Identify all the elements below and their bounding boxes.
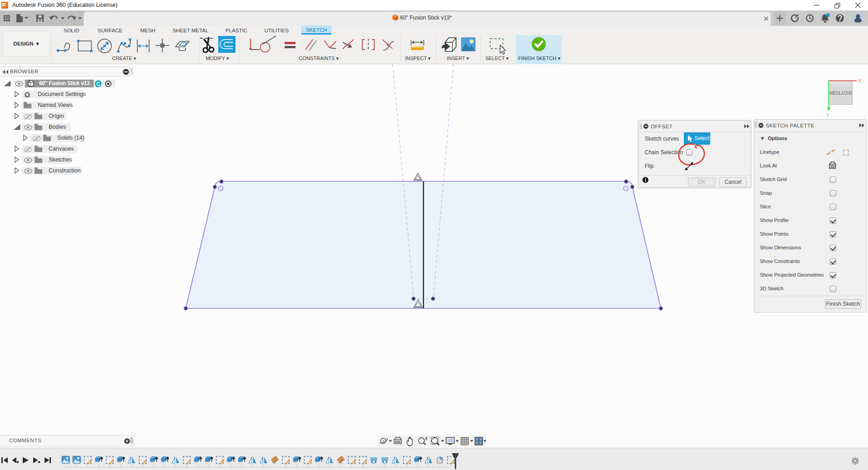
- svg-text:X: X: [858, 77, 862, 84]
- svg-text:Y: Y: [826, 112, 830, 119]
